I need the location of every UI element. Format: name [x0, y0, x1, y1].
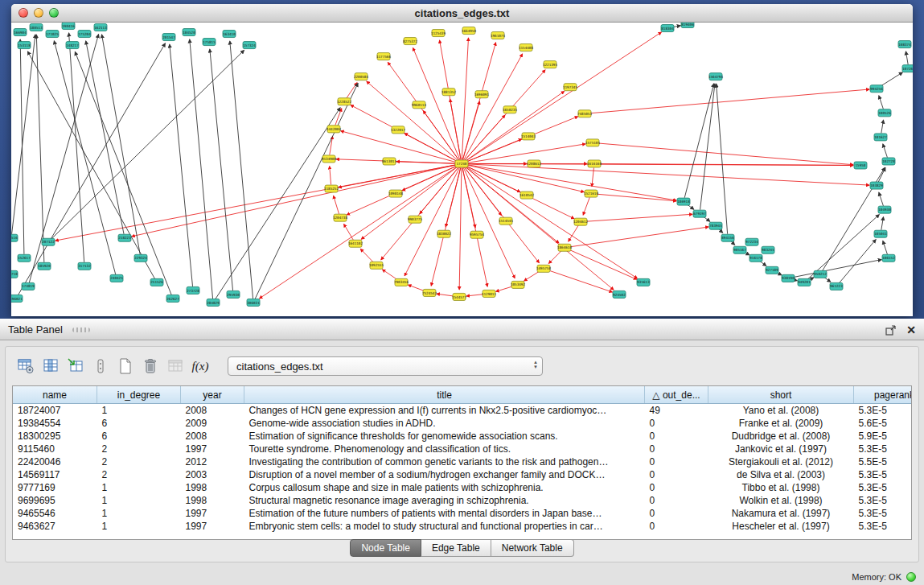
zoom-button[interactable]: [49, 8, 59, 18]
graph-node[interactable]: [558, 244, 571, 251]
graph-node[interactable]: [355, 73, 368, 80]
graph-node[interactable]: [62, 23, 75, 30]
graph-node[interactable]: [187, 286, 199, 294]
network-graph[interactable]: 1724016161601521610120461218646101495758…: [11, 23, 913, 316]
graph-edge[interactable]: [170, 44, 193, 286]
graph-edge[interactable]: [437, 294, 455, 296]
graph-node[interactable]: [66, 42, 79, 49]
graph-edge[interactable]: [459, 167, 462, 289]
graph-node[interactable]: [749, 254, 762, 262]
graph-edge[interactable]: [585, 214, 692, 221]
graph-node[interactable]: [11, 295, 23, 302]
graph-node[interactable]: [14, 29, 27, 36]
table-row[interactable]: 969969511998Structural magnetic resonanc…: [13, 494, 912, 507]
window-titlebar[interactable]: citations_edges.txt: [11, 4, 913, 23]
graph-node[interactable]: [389, 190, 402, 197]
graph-node[interactable]: [511, 281, 524, 288]
graph-edge[interactable]: [583, 197, 589, 215]
graph-node[interactable]: [733, 246, 746, 253]
graph-node[interactable]: [782, 274, 795, 282]
close-button[interactable]: [18, 8, 28, 18]
graph-edge[interactable]: [548, 250, 561, 263]
graph-node[interactable]: [830, 282, 843, 290]
graph-node[interactable]: [874, 230, 887, 237]
graph-edge[interactable]: [446, 167, 461, 227]
graph-edge[interactable]: [879, 192, 884, 206]
graph-edge[interactable]: [466, 164, 676, 200]
table-row[interactable]: 977716911998Corpus callosum shape and si…: [13, 481, 912, 494]
graph-node[interactable]: [18, 42, 31, 49]
graph-edge[interactable]: [462, 101, 479, 160]
graph-edge[interactable]: [465, 32, 661, 162]
table-row[interactable]: 2242004622012Investigating the contribut…: [13, 455, 912, 468]
graph-node[interactable]: [762, 246, 774, 253]
graph-node[interactable]: [854, 162, 867, 169]
graph-edge[interactable]: [12, 35, 35, 234]
graph-edge[interactable]: [589, 89, 869, 113]
graph-edge[interactable]: [595, 194, 676, 201]
graph-edge[interactable]: [190, 39, 213, 299]
graph-node[interactable]: [38, 262, 51, 270]
import-table-button[interactable]: [65, 356, 86, 376]
graph-node[interactable]: [409, 216, 421, 223]
graph-edge[interactable]: [344, 224, 354, 240]
graph-node[interactable]: [578, 110, 591, 117]
graph-edge[interactable]: [216, 108, 340, 299]
graph-edge[interactable]: [210, 49, 233, 290]
graph-node[interactable]: [745, 238, 758, 245]
minimize-button[interactable]: [34, 8, 43, 18]
new-table-button[interactable]: [115, 356, 136, 376]
graph-edge[interactable]: [466, 144, 585, 163]
float-panel-icon[interactable]: [885, 324, 897, 336]
graph-edge[interactable]: [86, 41, 124, 234]
graph-node[interactable]: [519, 44, 532, 51]
graph-edge[interactable]: [230, 41, 253, 299]
column-header-1[interactable]: in_degree: [97, 386, 181, 404]
graph-node[interactable]: [395, 278, 408, 286]
graph-edge[interactable]: [334, 196, 339, 214]
graph-node[interactable]: [661, 25, 674, 32]
graph-edge[interactable]: [29, 35, 98, 282]
graph-node[interactable]: [721, 234, 734, 241]
table-row[interactable]: 1830029562008Estimation of significance …: [13, 430, 912, 443]
graph-node[interactable]: [483, 290, 495, 297]
graph-node[interactable]: [377, 53, 390, 60]
graph-node[interactable]: [544, 61, 556, 68]
graph-node[interactable]: [203, 39, 216, 46]
graph-node[interactable]: [94, 24, 107, 31]
graph-edge[interactable]: [881, 217, 884, 230]
graph-edge[interactable]: [880, 72, 902, 87]
graph-edge[interactable]: [361, 166, 458, 239]
graph-edge[interactable]: [382, 270, 397, 280]
graph-node[interactable]: [442, 89, 455, 96]
graph-node[interactable]: [499, 217, 512, 225]
graph-node[interactable]: [404, 38, 417, 45]
close-panel-icon[interactable]: ✕: [906, 324, 916, 336]
graph-node[interactable]: [30, 24, 43, 31]
graph-node[interactable]: [22, 282, 35, 290]
graph-node[interactable]: [586, 139, 599, 146]
graph-node[interactable]: [227, 290, 240, 298]
delete-table-button[interactable]: [140, 356, 161, 376]
column-header-2[interactable]: year: [181, 386, 244, 404]
graph-edge[interactable]: [132, 165, 458, 237]
graph-node[interactable]: [564, 84, 577, 91]
graph-node[interactable]: [349, 240, 362, 247]
graph-node[interactable]: [325, 185, 338, 192]
table-row[interactable]: 1456911722003Disruption of a novel membe…: [13, 468, 912, 481]
graph-node[interactable]: [110, 274, 123, 282]
tab-node-table[interactable]: Node Table: [350, 539, 421, 557]
graph-node[interactable]: [709, 222, 722, 229]
graph-edge[interactable]: [879, 96, 884, 109]
graph-edge[interactable]: [569, 249, 637, 279]
graph-node[interactable]: [338, 98, 351, 105]
graph-edge[interactable]: [450, 99, 462, 159]
graph-node[interactable]: [709, 73, 722, 80]
graph-node[interactable]: [503, 106, 516, 113]
graph-node[interactable]: [798, 278, 811, 286]
table-row[interactable]: 1938455462009Genome-wide association stu…: [13, 417, 912, 430]
graph-node[interactable]: [78, 262, 91, 270]
graph-node[interactable]: [118, 234, 131, 241]
graph-node[interactable]: [327, 126, 340, 133]
tab-edge-table[interactable]: Edge Table: [421, 539, 491, 557]
